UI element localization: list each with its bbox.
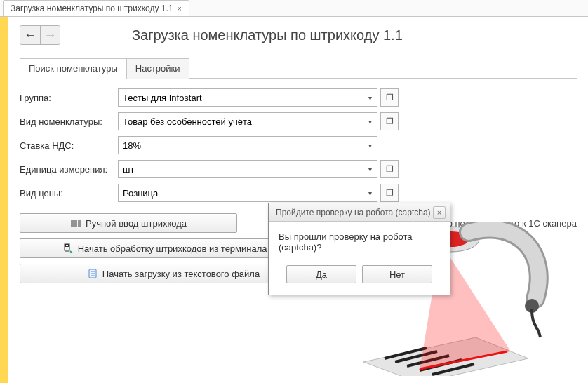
window-tab[interactable]: Загрузка номенклатуры по штрихкоду 1.1 × — [3, 0, 189, 16]
scanner-hint: о подключенного к 1С сканера — [448, 218, 577, 229]
kind-input[interactable] — [119, 113, 363, 130]
vat-dropdown-icon[interactable]: ▾ — [363, 137, 377, 154]
unit-input[interactable] — [119, 161, 363, 177]
dialog-yes-button[interactable]: Да — [286, 265, 356, 283]
dialog-title: Пройдите проверку на робота (captcha) — [276, 208, 431, 217]
form-table: Группа: ▾ ❐ Вид номенклатуры: — [20, 86, 577, 205]
label-price: Вид цены: — [20, 181, 118, 205]
dialog-close-button[interactable]: × — [433, 206, 446, 219]
svg-marker-12 — [363, 337, 528, 376]
price-dropdown-icon[interactable]: ▾ — [363, 184, 377, 201]
svg-line-15 — [407, 356, 449, 366]
terminal-import-label: Начать обработку штрихкодов из терминала… — [78, 243, 285, 254]
open-icon: ❐ — [386, 116, 394, 126]
dialog-no-label: Нет — [389, 269, 405, 280]
unit-field[interactable]: ▾ — [118, 160, 377, 178]
inner-tabs: Поиск номенклатуры Настройки — [20, 58, 577, 79]
dialog-message: Вы прошли проверку на робота (captcha)? — [279, 231, 440, 253]
window-tab-close-icon[interactable]: × — [177, 4, 181, 13]
group-dropdown-icon[interactable]: ▾ — [363, 89, 377, 106]
group-field[interactable]: ▾ — [118, 88, 377, 107]
svg-line-14 — [395, 351, 437, 362]
manual-barcode-button[interactable]: Ручной ввод штрихкода — [20, 213, 237, 233]
open-icon: ❐ — [386, 188, 394, 198]
price-open-button[interactable]: ❐ — [380, 184, 399, 202]
svg-line-19 — [420, 351, 507, 369]
kind-dropdown-icon[interactable]: ▾ — [363, 113, 377, 130]
window-tabstrip: Загрузка номенклатуры по штрихкоду 1.1 × — [0, 0, 588, 17]
kind-field[interactable]: ▾ — [118, 112, 377, 130]
unit-dropdown-icon[interactable]: ▾ — [363, 161, 377, 177]
forward-arrow-icon: → — [44, 28, 57, 43]
open-icon: ❐ — [386, 164, 394, 174]
file-icon — [87, 268, 98, 279]
kind-open-button[interactable]: ❐ — [380, 112, 399, 130]
forward-button[interactable]: → — [40, 26, 60, 44]
vat-field[interactable]: ▾ — [118, 136, 377, 154]
left-gutter — [0, 17, 8, 383]
captcha-dialog: Пройдите проверку на робота (captcha) × … — [268, 203, 450, 295]
tab-settings[interactable]: Настройки — [126, 58, 189, 79]
dialog-yes-label: Да — [316, 269, 327, 280]
manual-barcode-label: Ручной ввод штрихкода — [86, 218, 187, 229]
dialog-no-button[interactable]: Нет — [362, 265, 432, 283]
label-vat: Ставка НДС: — [20, 133, 118, 157]
barcode-icon — [70, 217, 81, 229]
close-icon: × — [437, 208, 441, 217]
price-input[interactable] — [119, 184, 363, 201]
label-unit: Единица измерения: — [20, 157, 118, 181]
group-open-button[interactable]: ❐ — [380, 88, 399, 107]
svg-rect-7 — [65, 245, 68, 247]
price-field[interactable]: ▾ — [118, 184, 377, 202]
label-kind: Вид номенклатуры: — [20, 109, 118, 133]
back-arrow-icon: ← — [24, 28, 36, 43]
label-group: Группа: — [20, 86, 118, 109]
vat-input[interactable] — [119, 137, 363, 154]
tab-search[interactable]: Поиск номенклатуры — [20, 58, 127, 79]
open-icon: ❐ — [386, 93, 394, 102]
textfile-import-label: Начать загрузку из текстового файла — [102, 269, 260, 279]
unit-open-button[interactable]: ❐ — [380, 160, 399, 178]
svg-line-17 — [432, 364, 474, 375]
history-nav: ← → — [20, 25, 60, 45]
terminal-icon — [62, 243, 74, 254]
back-button[interactable]: ← — [20, 26, 40, 44]
svg-line-13 — [385, 348, 427, 358]
svg-line-16 — [420, 360, 462, 370]
svg-point-22 — [525, 299, 539, 313]
window-tab-title: Загрузка номенклатуры по штрихкоду 1.1 — [11, 4, 173, 13]
page-title: Загрузка номенклатуры по штрихкоду 1.1 — [132, 27, 403, 43]
group-input[interactable] — [119, 89, 363, 106]
